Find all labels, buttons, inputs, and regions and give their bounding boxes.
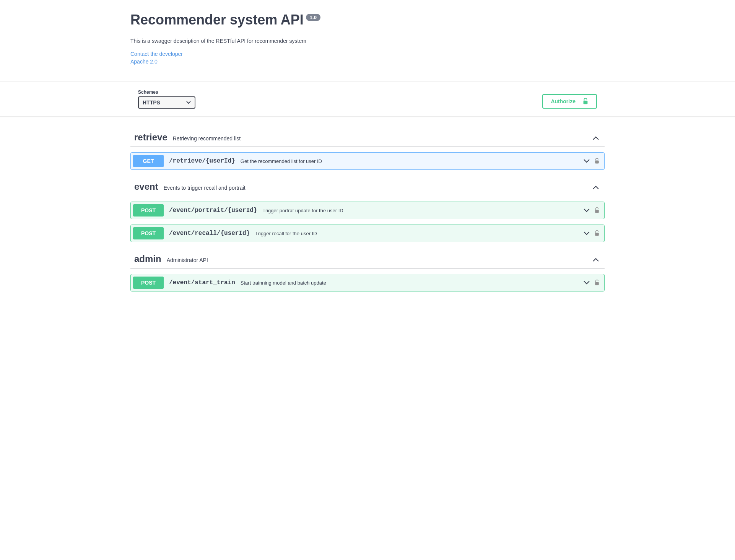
contact-link[interactable]: Contact the developer (130, 51, 605, 57)
authorize-label: Authorize (551, 98, 576, 104)
svg-rect-4 (595, 282, 599, 285)
tag-block-retrieve: retrieve Retrieving recommended list GET… (130, 128, 605, 170)
svg-rect-3 (595, 233, 599, 236)
operation-row[interactable]: POST /event/recall/{userId} Trigger reca… (130, 225, 605, 242)
method-badge-get: GET (133, 155, 164, 167)
method-badge-post: POST (133, 227, 164, 239)
chevron-down-icon (584, 281, 590, 285)
unlock-icon (594, 280, 600, 286)
tag-header-admin[interactable]: admin Administrator API (130, 250, 605, 269)
chevron-up-icon (592, 185, 599, 190)
operation-path: /retrieve/{userId} (169, 158, 235, 164)
chevron-down-icon (584, 231, 590, 235)
operation-row[interactable]: POST /event/portrait/{userId} Trigger po… (130, 202, 605, 219)
tag-description: Administrator API (167, 257, 208, 263)
operation-path: /event/portrait/{userId} (169, 207, 257, 214)
unlock-icon (594, 207, 600, 213)
api-links: Contact the developer Apache 2.0 (130, 51, 605, 65)
chevron-down-icon (584, 208, 590, 212)
operation-summary: Start trainning model and batch update (241, 280, 326, 286)
schemes-select[interactable]: HTTPS (138, 96, 195, 109)
operation-summary: Trigger recall for the user ID (255, 231, 317, 236)
operation-path: /event/recall/{userId} (169, 230, 250, 237)
authorize-button[interactable]: Authorize (542, 94, 597, 109)
tag-header-retrieve[interactable]: retrieve Retrieving recommended list (130, 128, 605, 147)
method-badge-post: POST (133, 204, 164, 217)
tag-header-event[interactable]: event Events to trigger recall and portr… (130, 177, 605, 196)
operation-summary: Trigger portrat update for the user ID (262, 208, 343, 213)
chevron-up-icon (592, 136, 599, 140)
tag-block-event: event Events to trigger recall and portr… (130, 177, 605, 242)
svg-rect-1 (595, 161, 599, 164)
svg-rect-0 (584, 101, 588, 104)
unlock-icon (582, 98, 589, 105)
chevron-up-icon (592, 257, 599, 262)
schemes-bar: Schemes HTTPS Authorize (0, 81, 735, 117)
license-link[interactable]: Apache 2.0 (130, 59, 605, 65)
tag-name: admin (134, 254, 161, 264)
schemes-label: Schemes (138, 90, 195, 95)
unlock-icon (594, 158, 600, 164)
version-badge: 1.0 (306, 14, 320, 21)
tag-description: Events to trigger recall and portrait (164, 185, 246, 191)
api-description: This is a swagger description of the RES… (130, 38, 605, 44)
tag-name: retrieve (134, 132, 167, 143)
operation-path: /event/start_train (169, 279, 235, 286)
api-title: Recommender system API (130, 11, 304, 28)
operations-section: retrieve Retrieving recommended list GET… (130, 117, 605, 322)
tag-name: event (134, 181, 158, 192)
schemes-group: Schemes HTTPS (138, 90, 195, 109)
operation-row[interactable]: GET /retrieve/{userId} Get the recommend… (130, 152, 605, 170)
svg-rect-2 (595, 210, 599, 213)
operation-row[interactable]: POST /event/start_train Start trainning … (130, 274, 605, 291)
operation-summary: Get the recommended list for user ID (241, 158, 322, 164)
chevron-down-icon (584, 159, 590, 163)
tag-block-admin: admin Administrator API POST /event/star… (130, 250, 605, 291)
api-header: Recommender system API 1.0 This is a swa… (130, 0, 605, 81)
unlock-icon (594, 230, 600, 236)
tag-description: Retrieving recommended list (173, 135, 241, 142)
method-badge-post: POST (133, 277, 164, 289)
